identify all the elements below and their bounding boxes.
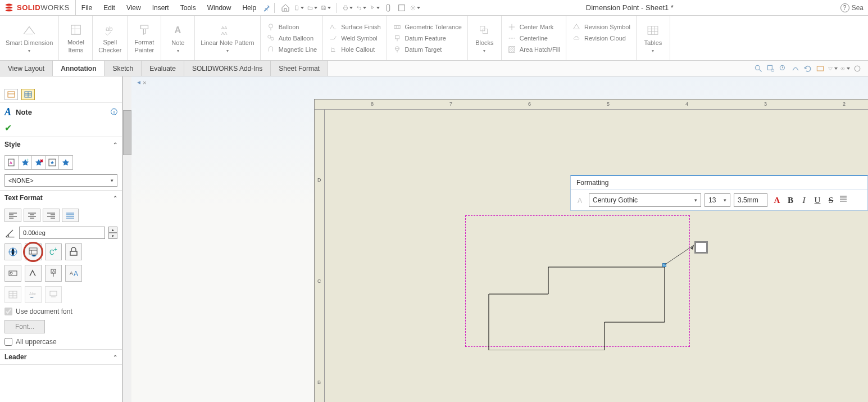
ok-button[interactable]: ✔ (4, 123, 12, 133)
previous-view-icon[interactable] (778, 64, 788, 74)
ribbon-area-hatch[interactable]: Area Hatch/Fill (507, 45, 560, 54)
panel-tab-feature-manager[interactable] (4, 89, 18, 100)
settings-icon[interactable] (410, 3, 420, 13)
font-mm-input[interactable]: 3.5mm (734, 193, 767, 207)
pin-icon[interactable] (262, 3, 272, 13)
panel-scrollbar[interactable] (122, 76, 131, 402)
select-icon[interactable] (370, 3, 380, 13)
save-icon[interactable] (321, 3, 331, 13)
ribbon-datum-target[interactable]: Datum Target (393, 45, 462, 54)
scroll-thumb[interactable] (123, 110, 131, 155)
tab-annotation[interactable]: Annotation (53, 61, 104, 76)
section-leader-header[interactable]: Leader⌃ (0, 350, 122, 364)
new-icon[interactable] (294, 3, 304, 13)
link-to-property-icon[interactable] (25, 243, 42, 260)
panel-tab-property-manager[interactable] (21, 89, 35, 100)
section-style-header[interactable]: Style⌃ (0, 137, 122, 152)
redo-view-icon[interactable] (803, 64, 813, 74)
font-name-dropdown[interactable]: Century Gothic▾ (589, 193, 701, 207)
display-style-icon[interactable] (815, 64, 825, 74)
font-color-button[interactable]: A (771, 194, 783, 206)
fit-text-icon[interactable]: AA (65, 265, 82, 282)
ribbon-balloon[interactable]: Balloon (266, 22, 317, 31)
drawing-sheet[interactable]: 87654321 DCB DCB (314, 99, 868, 402)
menu-edit[interactable]: Edit (98, 0, 121, 15)
reference-icon[interactable] (397, 3, 407, 13)
insert-surface-icon[interactable] (25, 265, 42, 282)
note-text-box[interactable] (694, 241, 708, 254)
font-size-dropdown[interactable]: 13▾ (705, 193, 730, 207)
zoom-fit-icon[interactable] (753, 64, 764, 74)
ribbon-surface-finish[interactable]: Surface Finish (329, 22, 380, 31)
ribbon-magnetic-line[interactable]: Magnetic Line (266, 45, 317, 54)
style-load-icon[interactable]: A (5, 156, 19, 169)
ribbon-weld-symbol[interactable]: Weld Symbol (329, 34, 380, 43)
hide-show-icon[interactable] (828, 64, 838, 74)
align-right-icon[interactable] (43, 209, 60, 222)
ribbon-datum-feature[interactable]: Datum Feature (393, 34, 462, 43)
font-button[interactable]: Font... (4, 320, 45, 333)
ribbon-spell-checker[interactable]: ab Spell Checker (93, 16, 128, 60)
ribbon-model-items[interactable]: Model Items (59, 16, 93, 60)
insert-hyperlink-icon[interactable] (4, 243, 21, 260)
angle-input[interactable]: 0.00deg (19, 227, 105, 239)
use-document-font-checkbox[interactable]: Use document font (4, 308, 117, 315)
menu-help[interactable]: Help (237, 0, 262, 15)
ribbon-tables[interactable]: Tables ▾ (637, 16, 670, 60)
crumb-expand-icon[interactable]: ◂ (136, 79, 142, 85)
panel-help-icon[interactable]: ⓘ (111, 107, 117, 117)
ribbon-revision-cloud[interactable]: Revision Cloud (572, 34, 630, 43)
style-set-default-icon[interactable] (59, 156, 72, 169)
menu-tools[interactable]: Tools (175, 0, 202, 15)
ribbon-note[interactable]: A Note ▾ (161, 16, 195, 60)
ribbon-geometric-tolerance[interactable]: Geometric Tolerance (393, 22, 462, 31)
align-center-icon[interactable] (24, 209, 40, 222)
underline-button[interactable]: U (811, 194, 824, 206)
section-text-format-header[interactable]: Text Format⌃ (0, 191, 122, 205)
tab-view-layout[interactable]: View Layout (0, 61, 53, 76)
bold-button[interactable]: B (784, 194, 797, 206)
angle-up[interactable]: ▴ (108, 227, 117, 233)
insert-gtol-icon[interactable] (4, 265, 21, 282)
ribbon-center-mark[interactable]: Center Mark (507, 22, 560, 31)
style-delete-icon[interactable] (32, 156, 46, 169)
view-orientation-icon[interactable] (840, 64, 850, 74)
tab-sheet-format[interactable]: Sheet Format (271, 61, 328, 76)
ribbon-blocks[interactable]: Blocks ▾ (468, 16, 502, 60)
ribbon-auto-balloon[interactable]: Auto Balloon (266, 34, 317, 43)
tab-evaluate[interactable]: Evaluate (142, 61, 184, 76)
all-uppercase-checkbox[interactable]: All uppercase (4, 338, 117, 346)
style-save-icon[interactable] (46, 156, 59, 169)
search-label[interactable]: Sea (852, 4, 864, 12)
help-icon[interactable]: ? (840, 3, 849, 12)
open-icon[interactable] (307, 3, 317, 13)
tab-addins[interactable]: SOLIDWORKS Add-Ins (184, 61, 271, 76)
menu-window[interactable]: Window (202, 0, 237, 15)
angle-down[interactable]: ▾ (108, 233, 117, 239)
appearance-icon[interactable] (852, 64, 862, 74)
align-left-icon[interactable] (4, 209, 21, 222)
menu-insert[interactable]: Insert (147, 0, 175, 15)
section-view-icon[interactable] (790, 64, 801, 74)
insert-datum-icon[interactable]: A (45, 265, 62, 282)
align-justify-icon[interactable] (62, 209, 79, 222)
drawing-canvas[interactable]: ◂ × 87654321 DCB DCB Formatting (131, 76, 868, 402)
ribbon-linear-note-pattern[interactable]: AAAA Linear Note Pattern ▾ (195, 16, 260, 60)
undo-icon[interactable] (356, 3, 366, 13)
strike-button[interactable]: S (825, 194, 837, 206)
menu-view[interactable]: View (121, 0, 147, 15)
italic-button[interactable]: I (798, 194, 810, 206)
print-icon[interactable] (343, 3, 353, 13)
font-style-icon[interactable]: A (575, 195, 585, 205)
rebuild-icon[interactable] (383, 3, 393, 13)
ribbon-smart-dimension[interactable]: Smart Dimension ▾ (0, 16, 59, 60)
style-add-icon[interactable]: + (19, 156, 32, 169)
menu-file[interactable]: File (76, 0, 98, 15)
ribbon-centerline[interactable]: Centerline (507, 34, 560, 43)
ribbon-hole-callout[interactable]: Hole Callout (329, 45, 380, 54)
style-dropdown[interactable]: <NONE>▾ (4, 174, 117, 187)
lock-note-icon[interactable] (65, 243, 82, 260)
ribbon-format-painter[interactable]: Format Painter (128, 16, 161, 60)
zoom-area-icon[interactable] (766, 64, 776, 74)
ribbon-revision-symbol[interactable]: Revision Symbol (572, 22, 630, 31)
